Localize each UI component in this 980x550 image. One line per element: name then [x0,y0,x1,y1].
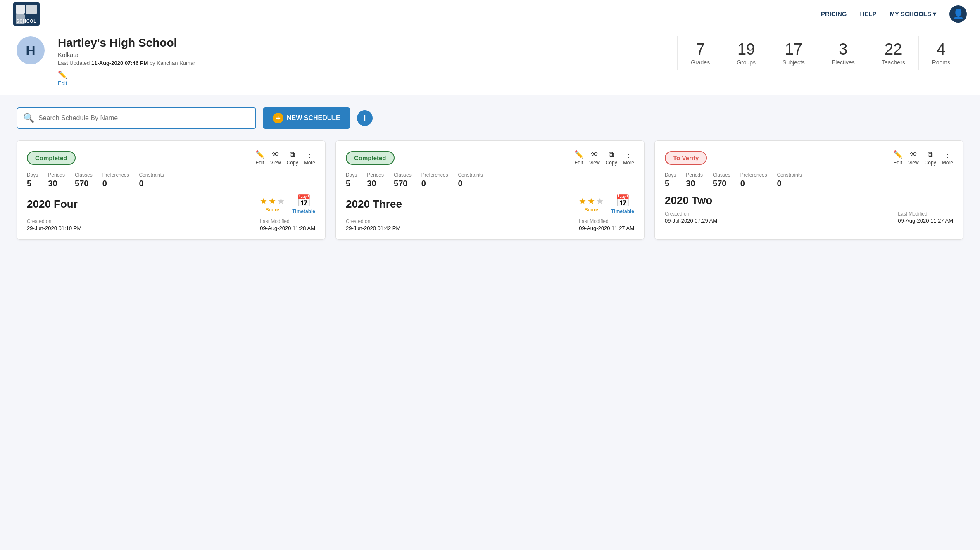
eye-icon-2: 👁 [910,150,917,159]
copy-action-0[interactable]: ⧉ Copy [287,150,298,166]
eye-icon-0: 👁 [272,150,279,159]
card-actions-2: ✏️ Edit 👁 View ⧉ Copy ⋮ More [893,150,953,166]
card-stat-periods-1: Periods 30 [367,172,384,188]
card-stats-0: Days 5 Periods 30 Classes 570 Preference… [27,172,315,188]
logo-box: SCHOOL PIVOT [13,2,40,26]
more-icon-2: ⋮ [944,150,951,159]
navbar: SCHOOL PIVOT PRICING HELP MY SCHOOLS ▾ 👤 [0,0,980,28]
edit-action-1[interactable]: ✏️ Edit [574,150,583,166]
star-empty-icon: ★ [277,196,285,206]
card-stat-periods-2: Periods 30 [686,172,703,188]
timetable-section-1[interactable]: 📅 Timetable [611,194,634,214]
card-stat-preferences-1: Preferences 0 [421,172,448,188]
stats-row: 7 Grades 19 Groups 17 Subjects 3 Electiv… [677,36,963,70]
nav-pricing[interactable]: PRICING [821,10,847,17]
more-action-1[interactable]: ⋮ More [623,150,634,166]
score-timetable-row-0: 2020 Four ★ ★ ★ Score 📅 Timetable [27,194,315,214]
info-icon: i [364,114,366,123]
card-footer-2: Created on 09-Jul-2020 07:29 AM Last Mod… [665,211,953,224]
pencil-icon: ✏️ [58,70,67,79]
edit-icon-1: ✏️ [574,150,583,159]
calendar-icon-0: 📅 [297,194,311,208]
score-section-1: ★ ★ ★ Score [579,196,604,213]
copy-icon-0: ⧉ [290,150,295,159]
schedule-card-2: To Verify ✏️ Edit 👁 View ⧉ Copy [654,140,963,240]
new-schedule-button[interactable]: + NEW SCHEDULE [263,107,350,129]
search-input[interactable] [38,114,250,122]
nav-my-schools[interactable]: MY SCHOOLS ▾ [890,10,936,18]
more-action-2[interactable]: ⋮ More [942,150,953,166]
school-avatar: H [17,36,45,64]
card-stat-classes-1: Classes 570 [394,172,412,188]
stat-grades: 7 Grades [677,36,723,70]
school-name: Hartley's High School [58,36,656,50]
nav-help[interactable]: HELP [860,10,876,17]
star-filled-icon: ★ [260,196,267,206]
card-stat-constraints-0: Constraints 0 [139,172,164,188]
search-icon: 🔍 [23,113,34,123]
edit-action-2[interactable]: ✏️ Edit [893,150,902,166]
search-bar-row: 🔍 + NEW SCHEDULE i [17,107,963,129]
created-on-0: Created on 29-Jun-2020 01:10 PM [27,218,81,231]
plus-circle-icon: + [273,113,283,123]
svg-rect-2 [26,5,37,14]
schedule-card-0: Completed ✏️ Edit 👁 View ⧉ Copy [17,140,326,240]
search-box: 🔍 [17,107,256,129]
stat-teachers: 22 Teachers [868,36,918,70]
card-actions-0: ✏️ Edit 👁 View ⧉ Copy ⋮ More [255,150,315,166]
user-icon: 👤 [953,9,964,19]
schedule-title-2: 2020 Two [665,194,712,207]
card-footer-0: Created on 29-Jun-2020 01:10 PM Last Mod… [27,218,315,231]
created-on-1: Created on 29-Jun-2020 01:42 PM [346,218,400,231]
edit-icon-0: ✏️ [255,150,264,159]
cards-row: Completed ✏️ Edit 👁 View ⧉ Copy [17,140,963,240]
card-stat-preferences-0: Preferences 0 [102,172,129,188]
timetable-section-0[interactable]: 📅 Timetable [292,194,315,214]
last-modified-0: Last Modified 09-Aug-2020 11:28 AM [260,218,315,231]
last-modified-1: Last Modified 09-Aug-2020 11:27 AM [579,218,634,231]
last-modified-2: Last Modified 09-Aug-2020 11:27 AM [898,211,953,224]
edit-button[interactable]: ✏️ Edit [58,70,67,86]
stat-rooms: 4 Rooms [918,36,963,70]
school-header: H Hartley's High School Kolkata Last Upd… [0,28,980,95]
copy-action-1[interactable]: ⧉ Copy [606,150,617,166]
school-last-updated: Last Updated 11-Aug-2020 07:46 PM by Kan… [58,60,656,66]
status-badge-1: Completed [346,151,395,165]
card-stat-days-2: Days 5 [665,172,676,188]
card-stat-constraints-1: Constraints 0 [458,172,483,188]
info-button[interactable]: i [357,110,373,126]
card-stat-days-1: Days 5 [346,172,357,188]
avatar[interactable]: 👤 [949,5,967,23]
card-stat-classes-0: Classes 570 [75,172,93,188]
stars-1: ★ ★ ★ [579,196,604,206]
card-stat-days-0: Days 5 [27,172,38,188]
eye-icon-1: 👁 [591,150,598,159]
copy-action-2[interactable]: ⧉ Copy [925,150,936,166]
view-action-1[interactable]: 👁 View [589,150,600,166]
view-action-0[interactable]: 👁 View [270,150,281,166]
star-empty-icon: ★ [596,196,604,206]
star-filled-icon: ★ [588,196,595,206]
edit-icon-2: ✏️ [893,150,902,159]
chevron-down-icon: ▾ [933,10,936,18]
more-action-0[interactable]: ⋮ More [304,150,315,166]
card-stat-classes-2: Classes 570 [713,172,730,188]
school-info: Hartley's High School Kolkata Last Updat… [58,36,656,86]
schedule-title-1: 2020 Three [346,198,402,211]
status-badge-2: To Verify [665,151,707,165]
copy-icon-1: ⧉ [609,150,614,159]
stat-electives: 3 Electives [818,36,868,70]
view-action-2[interactable]: 👁 View [908,150,919,166]
copy-icon-2: ⧉ [928,150,933,159]
stat-subjects: 17 Subjects [769,36,818,70]
more-icon-0: ⋮ [306,150,313,159]
main-content: 🔍 + NEW SCHEDULE i Completed ✏️ Edit [0,95,980,252]
school-updated-date: 11-Aug-2020 07:46 PM [91,60,148,66]
status-badge-0: Completed [27,151,76,165]
stars-0: ★ ★ ★ [260,196,285,206]
card-top-2: To Verify ✏️ Edit 👁 View ⧉ Copy [665,150,953,166]
score-timetable-row-2: 2020 Two [665,194,953,207]
edit-action-0[interactable]: ✏️ Edit [255,150,264,166]
card-top-0: Completed ✏️ Edit 👁 View ⧉ Copy [27,150,315,166]
schedule-title-0: 2020 Four [27,198,78,211]
